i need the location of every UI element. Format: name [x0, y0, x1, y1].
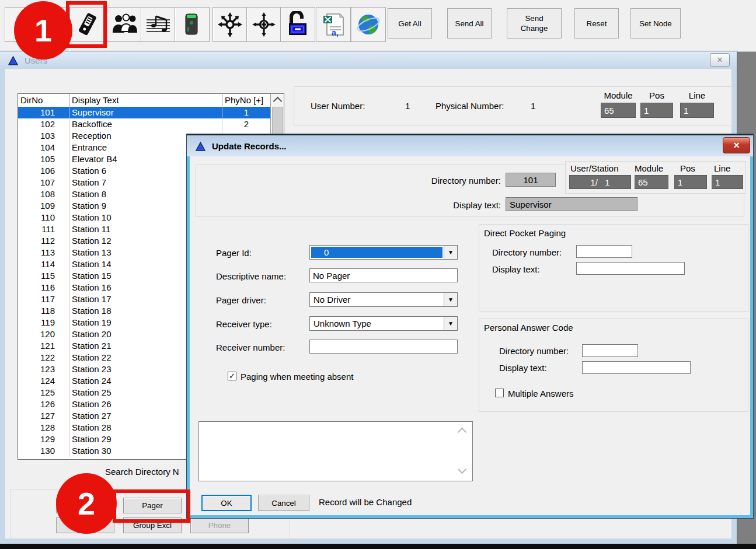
paging-checkbox-label: Paging when meeting absent: [241, 372, 353, 382]
pos-header: Pos: [640, 90, 673, 100]
dialog-frame: [750, 156, 753, 518]
table-cell: 124: [18, 375, 69, 387]
scroll-down-icon[interactable]: [458, 465, 467, 474]
search-directory-label: Search Directory N: [105, 467, 179, 477]
ok-button[interactable]: OK: [201, 495, 252, 511]
table-cell: 125: [18, 387, 69, 398]
dropdown-arrow-icon[interactable]: ▼: [444, 317, 457, 330]
dialog-close-button[interactable]: ✕: [723, 137, 750, 153]
user-number-value: 1: [405, 101, 410, 111]
toolbar: a, Get All Send All Send Change Reset Se…: [0, 0, 756, 52]
unlock-icon[interactable]: [280, 7, 315, 42]
cancel-button[interactable]: Cancel: [258, 495, 309, 511]
table-cell: 107: [18, 177, 69, 188]
users-close-button[interactable]: ✕: [710, 53, 730, 67]
dpp-directory-number-input[interactable]: [576, 245, 632, 258]
table-cell: 113: [18, 247, 69, 258]
scroll-thumb[interactable]: [272, 107, 283, 135]
set-node-button[interactable]: Set Node: [630, 8, 681, 39]
station-panel-header: Line: [714, 163, 730, 173]
table-cell: 115: [18, 270, 69, 282]
table-cell: 103: [18, 130, 69, 142]
excel-export-icon[interactable]: a,: [316, 7, 351, 42]
scroll-up-arrow[interactable]: [271, 94, 284, 106]
receiver-number-label: Receiver number:: [216, 342, 285, 352]
annotation-circle-step2: 2: [56, 473, 117, 534]
dpp-display-text-input[interactable]: [576, 262, 685, 275]
table-row[interactable]: 102Backoffice2: [18, 118, 270, 130]
scroll-up-icon[interactable]: [458, 428, 467, 437]
table-cell: 120: [18, 328, 69, 340]
receiver-number-input[interactable]: [309, 340, 458, 354]
music-icon[interactable]: [141, 7, 176, 42]
get-all-button[interactable]: Get All: [388, 8, 432, 39]
table-cell: 121: [18, 340, 69, 352]
column-header-dirno[interactable]: DirNo: [18, 94, 69, 107]
pac-display-text-label: Display text:: [499, 363, 547, 373]
column-header-phyno[interactable]: PhyNo [+]: [222, 94, 270, 107]
message-box[interactable]: [198, 421, 473, 481]
receiver-type-select[interactable]: Unknown Type ▼: [309, 316, 458, 331]
table-row[interactable]: 101Supervisor1: [18, 107, 270, 118]
pager-driver-select[interactable]: No Driver ▼: [309, 292, 458, 307]
table-cell: 2: [222, 118, 270, 130]
table-cell: 102: [18, 118, 69, 130]
dialog-frame: [187, 156, 190, 518]
app-triangle-icon: [8, 55, 19, 65]
table-cell: 127: [18, 410, 69, 422]
table-cell: 110: [18, 212, 69, 223]
receiver-type-selected-value: Unknown Type: [310, 317, 444, 330]
pager-id-selected-value: 0: [311, 247, 443, 258]
table-cell: 104: [18, 142, 69, 153]
paging-when-meeting-absent-checkbox[interactable]: ✓: [228, 372, 236, 380]
pager-id-select[interactable]: 0 ▼: [309, 245, 458, 260]
web-globe-icon[interactable]: [351, 7, 386, 42]
descriptive-name-label: Descriptive name:: [216, 271, 286, 281]
user-info-panel: User Number: 1 Physical Number: 1 Module…: [294, 86, 733, 125]
table-cell: 128: [18, 422, 69, 433]
send-all-button[interactable]: Send All: [447, 8, 492, 39]
descriptive-name-input[interactable]: No Pager: [309, 268, 458, 282]
reset-button[interactable]: Reset: [574, 8, 619, 39]
pager-driver-label: Pager driver:: [216, 295, 266, 305]
table-cell: 105: [18, 153, 69, 165]
broadcast-arrows-icon[interactable]: [212, 7, 248, 42]
annotation-rect-step1: [66, 1, 107, 48]
display-text-label: Display text:: [419, 200, 501, 210]
line-value: 1: [680, 103, 714, 118]
column-header-display[interactable]: Display Text: [69, 94, 222, 107]
personal-answer-code-title: Personal Answer Code: [484, 323, 573, 333]
descriptive-name-value: No Pager: [313, 271, 350, 281]
pager-driver-selected-value: No Driver: [310, 293, 444, 306]
station-panel: User/Station Module Pos Line 1/ 1 65 1 1: [565, 161, 746, 194]
directory-number-value: 101: [506, 173, 556, 187]
dialog-title: Update Records...: [212, 141, 287, 151]
pac-display-text-input[interactable]: [582, 361, 691, 374]
users-group-icon[interactable]: [107, 7, 142, 42]
pager-device-icon[interactable]: [175, 7, 210, 42]
users-titlebar: Users: [0, 51, 737, 69]
module-header: Module: [601, 90, 636, 100]
line-header: Line: [680, 90, 714, 100]
dropdown-arrow-icon[interactable]: ▼: [444, 246, 457, 259]
dpp-directory-number-label: Directory number:: [492, 247, 562, 257]
user-station-value: 1/ 1: [569, 175, 631, 189]
screen: a, Get All Send All Send Change Reset Se…: [0, 0, 756, 549]
dialog-titlebar[interactable]: Update Records...: [187, 134, 753, 156]
table-cell: 126: [18, 398, 69, 410]
physical-number-value: 1: [531, 101, 535, 111]
display-text-value: Supervisor: [506, 197, 637, 211]
table-cell: 129: [18, 433, 69, 445]
window-frame: [0, 51, 5, 544]
pac-directory-number-input[interactable]: [582, 344, 638, 357]
send-change-button[interactable]: Send Change: [507, 8, 562, 39]
module-value: 65: [635, 175, 668, 189]
module-value: 65: [601, 103, 636, 118]
annotation-rect-step2: [113, 489, 190, 523]
annotation-circle-step1: 1: [14, 1, 72, 60]
dropdown-arrow-icon[interactable]: ▼: [444, 293, 457, 306]
pos-value: 1: [674, 175, 707, 189]
table-cell: 118: [18, 305, 69, 317]
multiple-answers-checkbox[interactable]: [495, 389, 504, 397]
converge-arrows-icon[interactable]: [246, 7, 281, 42]
